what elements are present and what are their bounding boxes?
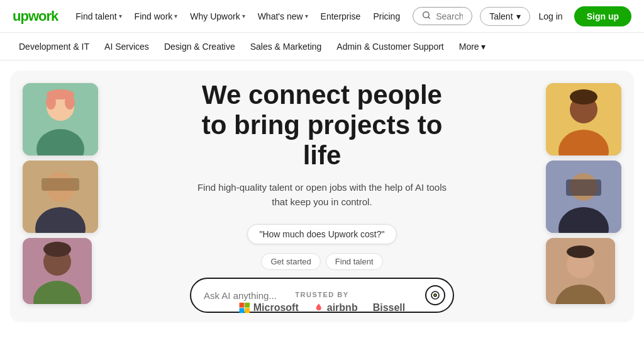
nav-find-work[interactable]: Find work ▾ [130,8,183,25]
left-profile-images [23,83,98,304]
svg-line-1 [428,17,430,19]
svg-point-15 [43,242,71,257]
top-navigation: upwork Find talent ▾ Find work ▾ Why Upw… [0,0,644,33]
nav-why-upwork[interactable]: Why Upwork ▾ [185,8,250,25]
find-talent-chip[interactable]: Find talent [326,253,383,270]
chevron-down-icon: ▾ [119,13,122,20]
get-started-chip[interactable]: Get started [261,253,320,270]
nav-pricing[interactable]: Pricing [368,8,405,25]
ai-icon [425,285,445,305]
microsoft-logo: Microsoft [239,302,299,313]
svg-rect-31 [245,303,250,308]
search-input[interactable] [436,11,463,21]
sec-nav-sales[interactable]: Sales & Marketing [244,38,328,55]
svg-rect-30 [240,303,245,308]
trusted-logos: Microsoft airbnb Bissell [239,302,405,313]
sec-nav-ai-services[interactable]: AI Services [98,38,155,55]
hero-center-content: We connect people to bring projects to l… [177,80,467,313]
ai-suggestion-chip[interactable]: "How much does Upwork cost?" [247,224,396,244]
ai-chips-row: Get started Find talent [190,253,454,270]
hero-subtitle: Find high-quality talent or open jobs wi… [190,181,454,209]
profile-card-4 [546,83,621,155]
ai-submit-button[interactable] [425,285,445,305]
chevron-down-icon: ▾ [305,13,308,20]
profile-card-5 [546,161,621,233]
secondary-navigation: Development & IT AI Services Design & Cr… [0,33,644,60]
profile-card-2 [23,161,98,233]
chevron-down-icon: ▾ [481,42,486,52]
svg-rect-11 [42,178,79,191]
svg-rect-33 [245,308,250,313]
profile-card-1 [23,83,98,155]
chevron-down-icon: ▾ [516,11,521,21]
chevron-down-icon: ▾ [242,13,245,20]
nav-find-talent[interactable]: Find talent ▾ [70,8,126,25]
signup-button[interactable]: Sign up [574,6,631,26]
sec-nav-admin[interactable]: Admin & Customer Support [330,38,450,55]
svg-rect-32 [240,308,245,313]
svg-point-7 [65,94,75,110]
sec-nav-more[interactable]: More ▾ [453,38,492,55]
nav-enterprise[interactable]: Enterprise [316,8,366,25]
chevron-down-icon: ▾ [174,13,177,20]
talent-dropdown[interactable]: Talent ▾ [480,7,530,26]
trusted-label: TRUSTED BY [239,291,405,298]
sec-nav-design[interactable]: Design & Creative [158,38,242,55]
airbnb-logo: airbnb [314,302,358,313]
svg-point-6 [46,94,56,110]
right-profile-images [546,83,621,304]
trusted-by-section: TRUSTED BY Microsoft airbnb Bissell [239,291,405,313]
sec-nav-dev-it[interactable]: Development & IT [13,38,96,55]
nav-whats-new[interactable]: What's new ▾ [253,8,313,25]
svg-point-27 [567,246,594,258]
svg-rect-23 [566,179,601,196]
svg-point-29 [434,294,436,296]
bissell-logo: Bissell [373,302,406,313]
profile-card-3 [23,238,92,304]
profile-card-6 [546,238,615,304]
hero-title: We connect people to bring projects to l… [190,80,454,171]
search-bar[interactable] [413,7,472,25]
login-button[interactable]: Log in [533,8,569,25]
upwork-logo[interactable]: upwork [13,8,58,25]
auth-buttons: Log in Sign up [533,6,631,26]
search-icon [422,11,431,21]
svg-point-19 [570,89,597,104]
hero-section: We connect people to bring projects to l… [10,71,634,322]
